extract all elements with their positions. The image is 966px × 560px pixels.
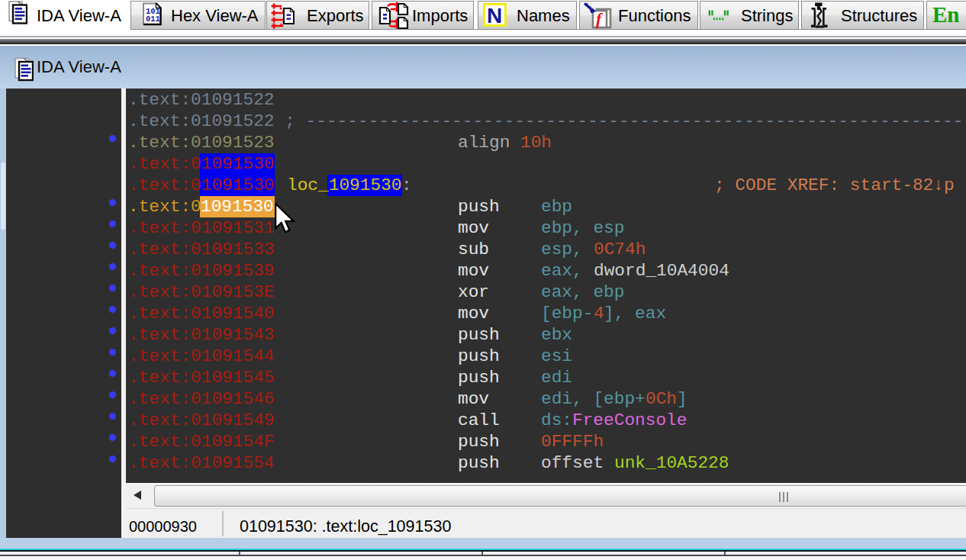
svg-text:N: N bbox=[487, 4, 502, 27]
svg-text:011: 011 bbox=[146, 14, 160, 24]
